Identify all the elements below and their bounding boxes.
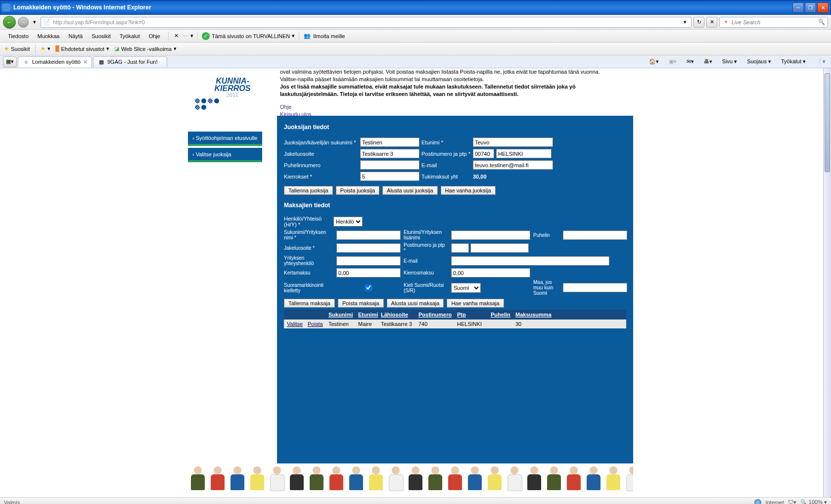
addon-close-icon[interactable]: ✕ <box>173 32 181 40</box>
runner-city-input[interactable] <box>496 149 552 158</box>
runner-laps-label: Kierrokset * <box>284 174 358 180</box>
vertical-scrollbar[interactable] <box>823 68 831 497</box>
menu-help[interactable]: Ohje <box>145 31 164 41</box>
quick-tabs-button[interactable]: ▦▾ <box>3 56 17 67</box>
col-address[interactable]: Lähiosoite <box>381 312 416 318</box>
url-input[interactable] <box>53 19 679 25</box>
address-bar[interactable]: 📄 ▾ <box>41 17 692 28</box>
refresh-button[interactable]: ↻ <box>693 17 704 28</box>
delete-runner-button[interactable]: Poista juoksija <box>336 186 379 195</box>
menu-tools[interactable]: Työkalut <box>116 31 144 41</box>
maximize-button[interactable]: ❐ <box>805 2 816 13</box>
payer-address-input[interactable] <box>336 243 401 253</box>
payer-marketing-checkbox[interactable] <box>336 284 401 291</box>
payer-onetime-label: Kertamaksu <box>284 270 333 275</box>
tab-9gag[interactable]: ▩ 9GAG - Just for Fun! <box>93 56 167 67</box>
minimize-button[interactable]: ─ <box>792 2 804 13</box>
init-runner-button[interactable]: Alusta uusi juoksija <box>382 186 438 195</box>
menu-view[interactable]: Näytä <box>64 31 87 41</box>
save-runner-button[interactable]: Tallenna juoksija <box>284 186 333 195</box>
suggested-sites[interactable]: ▉Ehdotetut sivustot ▾ <box>55 46 109 52</box>
star-icon: ★ <box>4 46 9 52</box>
close-button[interactable]: ✕ <box>817 2 829 13</box>
close-tab-icon[interactable]: ✕ <box>83 59 88 65</box>
home-button[interactable]: 🏠▾ <box>646 57 661 66</box>
protected-mode-icon[interactable]: 🛡▾ <box>788 499 796 504</box>
dropdown-icon[interactable]: ▾ <box>681 18 689 26</box>
menu-edit[interactable]: Muokkaa <box>34 31 64 41</box>
help-button[interactable]: ❔▾ <box>813 57 828 66</box>
runner-firstname-input[interactable] <box>473 137 553 147</box>
mail-button[interactable]: ✉▾ <box>684 57 696 66</box>
dropdown-icon[interactable]: ▾ <box>190 33 193 39</box>
runner-laps-input[interactable] <box>360 172 419 181</box>
payer-email-input[interactable] <box>451 256 609 266</box>
favorites-button[interactable]: ★Suosikit <box>4 46 30 52</box>
form-area: Juoksijan tiedot Juoksijan/kävelijän suk… <box>277 116 633 497</box>
init-payer-button[interactable]: Alusta uusi maksaja <box>387 299 444 308</box>
col-phone[interactable]: Puhelin <box>491 312 513 318</box>
payer-lastname-input[interactable] <box>336 230 401 240</box>
separator <box>299 32 299 41</box>
print-button[interactable]: 🖶▾ <box>701 57 715 66</box>
add-favorite-button[interactable]: ★▾ <box>41 46 50 52</box>
dropdown-icon[interactable]: ▾ <box>292 33 295 39</box>
payer-phone-input[interactable] <box>563 230 627 240</box>
check-icon: ✓ <box>202 32 210 40</box>
command-bar: 🏠▾ ▣▾ ✉▾ 🖶▾ Sivu ▾ Suojaus ▾ Työkalut ▾ … <box>646 57 828 66</box>
fetch-payer-button[interactable]: Hae vanha maksaja <box>447 299 504 308</box>
zoom-control[interactable]: 🔍 100% ▾ <box>800 499 827 504</box>
runner-zip-input[interactable] <box>473 149 494 158</box>
stop-button[interactable]: ✕ <box>706 17 717 28</box>
runner-email-input[interactable] <box>473 160 553 170</box>
search-box[interactable]: ✦ 🔍 <box>719 17 828 28</box>
help-link[interactable]: Ohje <box>280 103 630 111</box>
row-select-link[interactable]: Valitse <box>287 321 306 327</box>
col-sum[interactable]: Maksusumma <box>515 312 554 318</box>
payer-firstname-input[interactable] <box>451 230 530 240</box>
col-city[interactable]: Ptp <box>457 312 489 318</box>
security-indicator[interactable]: ✓ Tämä sivusto on TURVALLINEN ▾ <box>202 32 295 40</box>
people-icon: 👥 <box>303 32 311 40</box>
tools-menu[interactable]: Työkalut ▾ <box>779 57 808 66</box>
delete-payer-button[interactable]: Poista maksaja <box>338 299 384 308</box>
sidebar-item-home[interactable]: › Syöttöohjelman etusivulle <box>188 132 262 146</box>
payer-city-input[interactable] <box>470 243 529 253</box>
payer-country-input[interactable] <box>563 283 627 292</box>
forward-button[interactable]: → <box>18 17 29 28</box>
menu-file[interactable]: Tiedosto <box>4 31 33 41</box>
col-lastname[interactable]: Sukunimi <box>328 312 356 318</box>
runner-phone-input[interactable] <box>360 160 419 170</box>
runner-lastname-input[interactable] <box>360 137 419 147</box>
back-button[interactable]: ← <box>3 16 16 29</box>
fetch-runner-button[interactable]: Hae vanha juoksija <box>441 186 496 195</box>
scrollbar-thumb[interactable] <box>825 73 830 172</box>
search-button[interactable]: 🔍 <box>818 18 826 26</box>
row-delete-link[interactable]: Poista <box>308 321 326 327</box>
search-input[interactable] <box>732 19 816 25</box>
col-zip[interactable]: Postinumero <box>418 312 455 318</box>
payer-zip-input[interactable] <box>451 243 469 253</box>
safety-menu[interactable]: Suojaus ▾ <box>744 57 774 66</box>
runner-address-input[interactable] <box>360 149 419 158</box>
sidebar-item-select-runner[interactable]: › Valitse juoksija <box>188 148 262 162</box>
page-menu[interactable]: Sivu ▾ <box>720 57 739 66</box>
save-payer-button[interactable]: Tallenna maksaja <box>284 299 335 308</box>
col-firstname[interactable]: Etunimi <box>358 312 379 318</box>
payer-onetime-input[interactable] <box>336 268 401 277</box>
payer-type-select[interactable]: Henkilö <box>333 217 363 227</box>
payer-contact-input[interactable] <box>336 256 401 266</box>
tab-lomakkeiden[interactable]: e Lomakkeiden syöttö ✕ <box>18 56 92 67</box>
payer-section-title: Maksajien tiedot <box>284 202 626 209</box>
star-add-icon: ★ <box>41 46 46 52</box>
ie-icon <box>2 3 10 11</box>
menu-favorites[interactable]: Suosikit <box>88 31 115 41</box>
web-slice[interactable]: ◪Web Slice -valikoima ▾ <box>114 46 177 52</box>
dropdown-icon[interactable]: ▾ <box>31 18 39 26</box>
feeds-button[interactable]: ▣▾ <box>666 57 679 66</box>
payer-perlap-input[interactable] <box>451 268 530 277</box>
addon-swirl-icon[interactable]: 〰 <box>182 32 189 40</box>
window-title: Lomakkeiden syöttö - Windows Internet Ex… <box>13 4 792 11</box>
report-link[interactable]: 👥 Ilmoita meille <box>303 32 345 40</box>
payer-lang-select[interactable]: Suomi <box>451 283 481 293</box>
